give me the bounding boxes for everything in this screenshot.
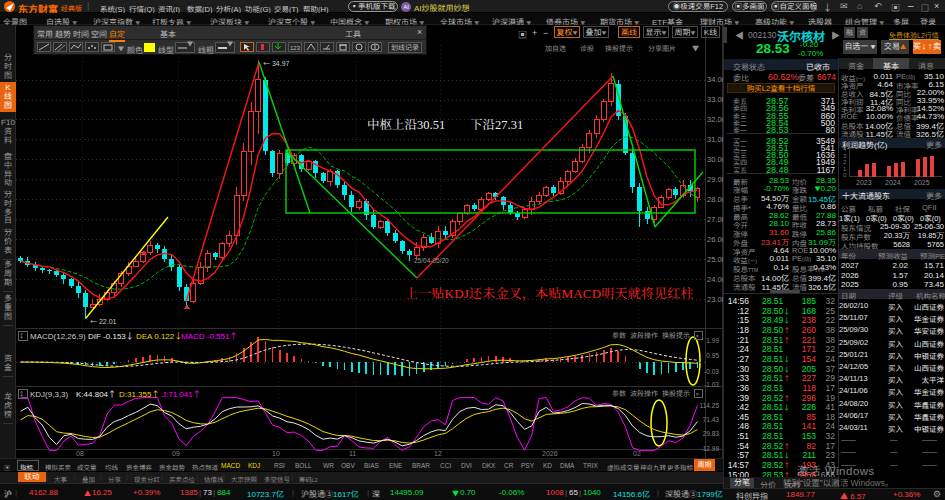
svg-text:-12.99: -12.99 [701,445,720,452]
svg-text:24.00: 24.00 [707,275,723,284]
svg-text:23.00: 23.00 [707,295,723,304]
svg-text:K:44.804↑: K:44.804↑ [76,390,116,399]
svg-text:↕: ↕ [19,332,25,339]
svg-text:30.00: 30.00 [707,155,723,164]
svg-text:↕: ↕ [19,390,25,397]
svg-text:09: 09 [172,450,180,457]
svg-text:29.83: 29.83 [703,430,720,437]
svg-text:DIF -0.153↓: DIF -0.153↓ [88,332,134,341]
svg-text:02: 02 [633,450,641,457]
svg-text:71.43: 71.43 [703,416,720,423]
svg-text:×: × [696,333,700,339]
svg-text:25/04-05/20: 25/04-05/20 [414,257,449,264]
svg-text:10: 10 [272,450,280,457]
svg-text:34.00: 34.00 [707,75,723,84]
svg-text:2026: 2026 [542,450,558,457]
svg-text:28.00: 28.00 [707,195,723,204]
svg-text:11: 11 [349,450,356,457]
svg-text:← 34.97: ← 34.97 [263,60,290,67]
svg-text:J:71.041↑: J:71.041↑ [162,390,201,399]
svg-text:波段操作: 波段操作 [630,332,658,339]
svg-text:1.99: 1.99 [706,337,719,344]
svg-text:换股提示: 换股提示 [662,332,690,339]
svg-text:08: 08 [76,450,84,457]
svg-text:波段操作: 波段操作 [630,390,658,397]
svg-text:26.00: 26.00 [707,235,723,244]
svg-text:0.95: 0.95 [706,352,719,359]
svg-text:31.00: 31.00 [707,135,723,144]
svg-text:D:31.355↑: D:31.355↑ [119,390,159,399]
svg-text:DEA 0.122↓: DEA 0.122↓ [136,332,182,341]
svg-text:MACD(12,26,9): MACD(12,26,9) [30,332,86,341]
svg-text:参数: 参数 [612,332,626,339]
svg-text:12: 12 [434,450,442,457]
svg-text:114.25: 114.25 [700,402,720,409]
svg-text:25.00: 25.00 [707,255,723,264]
svg-text:32.00: 32.00 [707,115,723,124]
svg-text:123: 123 [290,45,301,51]
svg-text:参数: 参数 [612,390,626,397]
svg-text:KDJ(9,3,3): KDJ(9,3,3) [30,390,69,399]
svg-text:-1.03: -1.03 [704,381,719,388]
svg-text:MACD -0.551↑: MACD -0.551↑ [181,332,237,341]
svg-text:-0.03: -0.03 [704,368,719,375]
svg-text:27.00: 27.00 [707,215,723,224]
svg-text:← 22.01: ← 22.01 [90,318,117,325]
svg-text:×: × [696,391,700,397]
svg-text:29.00: 29.00 [707,175,723,184]
svg-text:33.00: 33.00 [707,95,723,104]
svg-text:换股提示: 换股提示 [662,390,690,397]
